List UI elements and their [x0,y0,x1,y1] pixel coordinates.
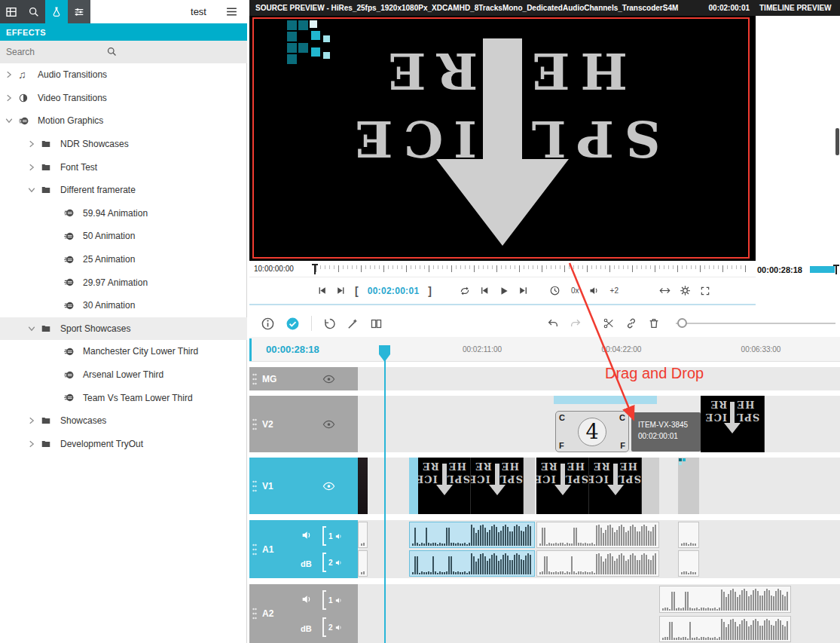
timeline-preview-playhead[interactable] [835,265,837,274]
play-to-out-icon[interactable] [518,286,528,295]
track-content-mg[interactable] [358,367,840,390]
track-speaker-icon[interactable] [301,529,313,541]
undo-icon[interactable] [547,317,559,329]
chevron-down-icon[interactable] [27,185,41,194]
track-content-a1[interactable] [358,520,840,578]
channel-row-2[interactable]: 2 [322,551,358,574]
drag-handle-icon[interactable] [252,543,258,556]
effects-tool-button[interactable] [45,0,68,23]
search-magnifier-icon[interactable] [106,46,118,60]
chevron-down-icon[interactable] [5,116,18,125]
settings-sliders-button[interactable] [68,0,90,23]
fullscreen-icon[interactable] [700,286,710,296]
tree-item-showcases[interactable]: Showcases [0,409,247,433]
tree-item-different-framerate[interactable]: Different framerate [0,179,247,202]
visibility-eye-icon[interactable] [322,418,335,430]
clip-fade-handle[interactable] [409,458,418,514]
channel-row-1[interactable]: 1 [322,525,358,547]
source-playhead[interactable] [314,264,316,274]
razor-scissors-icon[interactable] [603,317,615,329]
visibility-eye-icon[interactable] [322,479,335,492]
mark-out-button[interactable]: ] [428,285,432,297]
track-header-mg[interactable]: MG [249,367,358,390]
link-clips-icon[interactable] [625,317,637,329]
tree-item-team-vs-team-lower-third[interactable]: Team Vs Team Lower Third [0,386,247,409]
video-clip[interactable]: SPLICE HERE SPLICE HERE [536,458,659,514]
mark-in-button[interactable]: [ [355,285,359,297]
tree-item-motion-graphics[interactable]: Motion Graphics [0,109,247,133]
track-header-v1[interactable]: V1 [249,458,358,514]
track-header-a2[interactable]: A2 dB 1 2 [249,584,358,643]
chevron-right-icon[interactable] [27,439,41,449]
vertical-scrollbar-thumb[interactable] [835,128,839,155]
track-content-v2[interactable]: SPLICE HERE C C F F 4 ITE [358,396,840,452]
settings-gear-icon[interactable] [680,285,691,296]
search-input[interactable] [0,47,99,57]
db-label[interactable]: dB [301,559,312,568]
speed-clock-icon[interactable] [549,285,561,296]
source-video-viewport[interactable]: SPLICE HERE [249,16,756,261]
tree-item-50-animation[interactable]: 50 Animation [0,225,247,248]
video-clip[interactable]: SPLICE HERE [701,396,765,452]
visibility-eye-icon[interactable] [322,372,335,385]
audio-speaker-icon[interactable] [588,285,600,296]
drag-handle-icon[interactable] [252,372,258,386]
tree-item-development-tryout[interactable]: Development TryOut [0,433,247,456]
go-to-out-icon[interactable] [336,286,346,295]
audio-clip-sliver[interactable] [358,522,368,548]
tree-item-5994-animation[interactable]: 59.94 Animation [0,202,247,225]
go-to-in-icon[interactable] [317,286,327,295]
zoom-slider-knob[interactable] [677,318,687,328]
channel-speaker-icon[interactable] [334,532,343,540]
channel-row-1[interactable]: 1 [322,589,358,611]
chevron-right-icon[interactable] [27,416,41,425]
tree-item-font-test[interactable]: Font Test [0,155,247,179]
timeline-ruler[interactable]: 00:00:28:18 00:02:11:00 00:04:22:00 00:0… [249,337,840,362]
info-icon[interactable] [261,317,275,331]
audio-clip-selected[interactable] [409,550,535,577]
video-clip-sliver[interactable] [358,458,368,514]
audio-clip-selected[interactable] [409,522,535,548]
source-ruler[interactable]: 10:00:00:00 [249,261,756,277]
effects-wand-icon[interactable] [347,317,359,330]
audio-clip[interactable] [536,522,659,548]
drag-handle-icon[interactable] [252,607,258,620]
tree-item-2997-animation[interactable]: 29.97 Animation [0,271,247,294]
video-clip[interactable]: SPLICE HERE SPLICE HERE [409,458,535,514]
chevron-right-icon[interactable] [5,93,18,103]
tree-item-arsenal-lower-third[interactable]: Arsenal Lower Third [0,363,247,387]
channel-speaker-icon[interactable] [334,596,343,605]
channel-speaker-icon[interactable] [334,559,343,567]
dragged-clip-ghost[interactable]: C C F F 4 [555,411,629,452]
track-content-v1[interactable]: SPLICE HERE SPLICE HERE [358,458,840,514]
history-icon[interactable] [323,317,336,330]
tree-item-manchester-city-lower-third[interactable]: Manchester City Lower Third [0,340,247,363]
redo-icon[interactable] [570,317,582,329]
tree-item-30-animation[interactable]: 30 Animation [0,294,247,317]
drag-handle-icon[interactable] [252,418,258,431]
track-header-v2[interactable]: V2 [249,396,358,452]
track-content-a2[interactable] [358,584,840,643]
chevron-down-icon[interactable] [27,324,41,333]
play-icon[interactable] [499,286,509,296]
audio-clip[interactable] [659,616,791,642]
track-speaker-icon[interactable] [301,593,313,605]
tree-item-25-animation[interactable]: 25 Animation [0,248,247,271]
tree-item-ndr-showcases[interactable]: NDR Showcases [0,133,247,156]
delete-trash-icon[interactable] [648,317,660,329]
channel-speaker-icon[interactable] [334,623,343,632]
audio-clip[interactable] [536,550,659,577]
timeline-zoom-slider[interactable] [676,323,835,324]
step-back-icon[interactable] [480,286,490,295]
tree-item-audio-transitions[interactable]: ♫Audio Transitions [0,63,247,87]
tree-item-sport-showcases[interactable]: Sport Showcases [0,317,247,341]
audio-clip[interactable] [659,586,791,613]
tree-item-video-transitions[interactable]: Video Transitions [0,87,247,110]
approve-check-icon[interactable] [286,317,300,331]
audio-clip-short[interactable] [678,550,699,577]
search-tool-button[interactable] [23,0,45,23]
loop-icon[interactable] [459,285,471,297]
drag-handle-icon[interactable] [252,479,258,493]
chevron-right-icon[interactable] [27,163,41,172]
audio-clip-short[interactable] [678,522,699,548]
